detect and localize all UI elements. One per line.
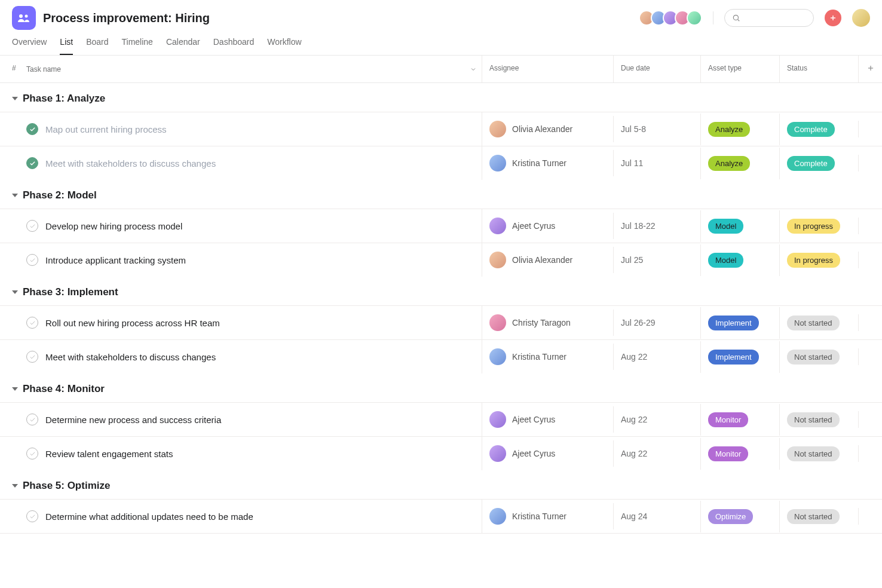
task-row[interactable]: Map out current hiring processOlivia Ale… <box>0 112 882 146</box>
complete-toggle[interactable] <box>26 510 38 522</box>
due-date-cell[interactable]: Jul 25 <box>613 247 700 273</box>
assignee-cell[interactable]: Olivia Alexander <box>482 112 613 146</box>
section-header[interactable]: Phase 4: Monitor <box>0 373 882 402</box>
complete-toggle[interactable] <box>26 220 38 232</box>
column-header-asset[interactable]: Asset type <box>700 56 779 82</box>
assignee-cell[interactable]: Kristina Turner <box>482 146 613 180</box>
status-cell[interactable]: In progress <box>779 210 858 242</box>
avatar <box>687 10 702 26</box>
assignee-name: Christy Taragon <box>512 318 571 327</box>
tab-board[interactable]: Board <box>86 37 108 55</box>
row-extra-cell <box>858 218 882 234</box>
project-icon[interactable] <box>12 6 36 30</box>
asset-type-cell[interactable]: Model <box>700 210 779 242</box>
assignee-cell[interactable]: Ajeet Cyrus <box>482 437 613 470</box>
assignee-cell[interactable]: Olivia Alexander <box>482 243 613 277</box>
status-cell[interactable]: In progress <box>779 244 858 276</box>
section-header[interactable]: Phase 5: Optimize <box>0 470 882 499</box>
complete-toggle[interactable] <box>26 254 38 266</box>
status-cell[interactable]: Not started <box>779 307 858 339</box>
member-avatars[interactable] <box>642 10 702 26</box>
task-row[interactable]: Introduce applicant tracking systemOlivi… <box>0 243 882 277</box>
status-cell[interactable]: Complete <box>779 114 858 145</box>
avatar <box>489 348 506 365</box>
asset-type-cell[interactable]: Analyze <box>700 148 779 179</box>
divider <box>713 11 713 24</box>
due-date-cell[interactable]: Jul 18-22 <box>613 213 700 239</box>
column-header-task[interactable]: Task name <box>22 56 482 82</box>
assignee-cell[interactable]: Kristina Turner <box>482 500 613 533</box>
status-cell[interactable]: Not started <box>779 404 858 436</box>
asset-type-cell[interactable]: Implement <box>700 341 779 373</box>
search-box[interactable] <box>724 9 814 27</box>
tab-dashboard[interactable]: Dashboard <box>213 37 255 55</box>
add-column-button[interactable] <box>858 56 882 82</box>
complete-toggle[interactable] <box>26 448 38 460</box>
column-header-assignee[interactable]: Assignee <box>482 56 613 82</box>
assignee-cell[interactable]: Ajeet Cyrus <box>482 403 613 436</box>
search-input[interactable] <box>740 14 806 23</box>
due-date-cell[interactable]: Aug 22 <box>613 406 700 433</box>
svg-point-0 <box>19 14 23 18</box>
assignee-name: Olivia Alexander <box>512 255 572 265</box>
due-date-cell[interactable]: Jul 26-29 <box>613 310 700 336</box>
tab-list[interactable]: List <box>60 37 73 55</box>
column-header-status[interactable]: Status <box>779 56 858 82</box>
task-name: Introduce applicant tracking system <box>45 255 186 265</box>
due-date-cell[interactable]: Jul 11 <box>613 150 700 176</box>
task-name: Meet with stakeholders to discuss change… <box>45 352 216 362</box>
status-cell[interactable]: Complete <box>779 148 858 179</box>
caret-down-icon <box>12 194 18 197</box>
complete-toggle[interactable] <box>26 414 38 425</box>
due-date-cell[interactable]: Aug 22 <box>613 344 700 370</box>
complete-toggle[interactable] <box>26 317 38 329</box>
complete-toggle[interactable] <box>26 123 38 135</box>
asset-type-pill: Implement <box>708 316 759 330</box>
avatar <box>489 411 506 428</box>
chevron-down-icon <box>470 66 477 73</box>
task-row[interactable]: Meet with stakeholders to discuss change… <box>0 146 882 180</box>
column-header-due[interactable]: Due date <box>613 56 700 82</box>
complete-toggle[interactable] <box>26 157 38 169</box>
add-button[interactable] <box>825 10 841 26</box>
user-avatar[interactable] <box>852 9 870 27</box>
section-header[interactable]: Phase 1: Analyze <box>0 83 882 112</box>
task-name: Determine what additional updates need t… <box>45 512 253 522</box>
tab-calendar[interactable]: Calendar <box>166 37 200 55</box>
asset-type-pill: Analyze <box>708 156 750 171</box>
row-extra-cell <box>858 508 882 525</box>
due-date-cell[interactable]: Aug 22 <box>613 440 700 467</box>
status-cell[interactable]: Not started <box>779 341 858 373</box>
task-row[interactable]: Determine new process and success criter… <box>0 402 882 436</box>
tab-workflow[interactable]: Workflow <box>267 37 301 55</box>
task-row[interactable]: Develop new hiring process modelAjeet Cy… <box>0 209 882 243</box>
assignee-cell[interactable]: Christy Taragon <box>482 306 613 339</box>
assignee-name: Kristina Turner <box>512 512 566 521</box>
task-name: Roll out new hiring process across HR te… <box>45 318 220 328</box>
task-row[interactable]: Determine what additional updates need t… <box>0 499 882 534</box>
caret-down-icon <box>12 97 18 100</box>
status-cell[interactable]: Not started <box>779 501 858 532</box>
section-header[interactable]: Phase 2: Model <box>0 180 882 209</box>
asset-type-cell[interactable]: Monitor <box>700 438 779 470</box>
status-cell[interactable]: Not started <box>779 438 858 470</box>
tab-overview[interactable]: Overview <box>12 37 47 55</box>
task-name: Meet with stakeholders to discuss change… <box>45 158 216 169</box>
status-pill: In progress <box>787 219 840 234</box>
task-row[interactable]: Meet with stakeholders to discuss change… <box>0 339 882 373</box>
assignee-cell[interactable]: Ajeet Cyrus <box>482 209 613 243</box>
complete-toggle[interactable] <box>26 351 38 363</box>
asset-type-cell[interactable]: Monitor <box>700 404 779 436</box>
asset-type-cell[interactable]: Model <box>700 244 779 276</box>
section-header[interactable]: Phase 3: Implement <box>0 277 882 305</box>
project-title: Process improvement: Hiring <box>43 11 635 25</box>
tab-timeline[interactable]: Timeline <box>122 37 153 55</box>
assignee-cell[interactable]: Kristina Turner <box>482 340 613 373</box>
due-date-cell[interactable]: Aug 24 <box>613 503 700 529</box>
asset-type-cell[interactable]: Implement <box>700 307 779 339</box>
task-row[interactable]: Review talent engagement statsAjeet Cyru… <box>0 436 882 470</box>
task-row[interactable]: Roll out new hiring process across HR te… <box>0 305 882 339</box>
asset-type-cell[interactable]: Optimize <box>700 501 779 532</box>
asset-type-cell[interactable]: Analyze <box>700 114 779 145</box>
due-date-cell[interactable]: Jul 5-8 <box>613 116 700 142</box>
